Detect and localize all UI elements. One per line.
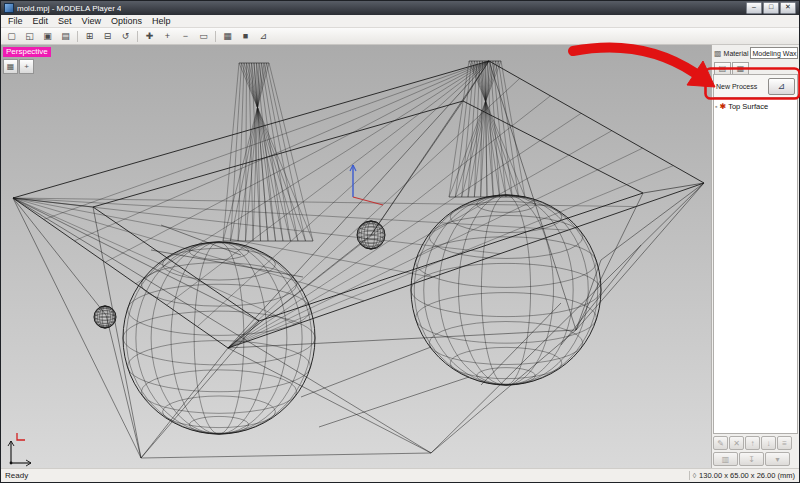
wireframe-model (1, 45, 711, 468)
file-open-icon[interactable]: ◱ (21, 28, 38, 44)
material-label: Material (724, 50, 749, 57)
maximize-button[interactable]: □ (763, 2, 779, 14)
toolbar-separator (77, 31, 78, 42)
main-area: Perspective ▦ + ▩ Material Modeling Wax … (1, 45, 799, 468)
view-front-icon[interactable]: ⊟ (99, 28, 116, 44)
toolbar-separator (137, 31, 138, 42)
material-row: ▩ Material Modeling Wax ▾ (712, 45, 799, 61)
menu-edit[interactable]: Edit (28, 15, 54, 27)
print-icon[interactable]: ▤ (57, 28, 74, 44)
panel-tabs: ▤ ▦ (712, 61, 799, 74)
zoom-out-icon[interactable]: − (177, 28, 194, 44)
axes-toggle-icon[interactable]: ⊿ (255, 28, 272, 44)
view-mode-label: Perspective (3, 47, 51, 57)
close-button[interactable]: ✕ (780, 2, 796, 14)
new-process-label: New Process (716, 83, 766, 90)
move-up-icon[interactable]: ↑ (745, 436, 760, 450)
menu-bar: File Edit Set View Options Help (1, 15, 799, 28)
process-panel: ▩ Material Modeling Wax ▾ ▤ ▦ New Proces… (711, 45, 799, 468)
status-text: Ready (5, 471, 28, 480)
drag-handle-icon: ▪ (715, 103, 717, 110)
model-dimensions: 130.00 x 65.00 x 26.00 (mm) (699, 471, 795, 480)
menu-file[interactable]: File (3, 15, 28, 27)
view-top-icon[interactable]: ⊞ (81, 28, 98, 44)
process-tree: ▪ ✱ Top Surface (713, 98, 798, 434)
zoom-in-icon[interactable]: + (159, 28, 176, 44)
delete-process-icon[interactable]: ✕ (729, 436, 744, 450)
viewport-mini-toolbar: ▦ + (3, 59, 34, 74)
title-bar: mold.mpj - MODELA Player 4 – □ ✕ (1, 1, 799, 15)
app-icon (4, 3, 14, 13)
status-bar: Ready ◊ 130.00 x 65.00 x 26.00 (mm) (1, 468, 799, 482)
shaded-mode-icon[interactable]: ■ (237, 28, 254, 44)
move-down-icon[interactable]: ↓ (761, 436, 776, 450)
menu-set[interactable]: Set (53, 15, 77, 27)
app-window: mold.mpj - MODELA Player 4 – □ ✕ File Ed… (0, 0, 800, 483)
dropdown-arrow-icon: ▾ (797, 48, 798, 58)
viewport-3d[interactable]: Perspective ▦ + (1, 45, 711, 468)
menu-help[interactable]: Help (147, 15, 176, 27)
toolbar: ▢ ◱ ▣ ▤ ⊞ ⊟ ↺ ✚ + − ▭ ▦ ■ ⊿ (1, 28, 799, 45)
grid-toggle-icon[interactable]: ▦ (3, 59, 18, 74)
new-process-button[interactable]: ⊿ (768, 78, 795, 95)
menu-options[interactable]: Options (106, 15, 147, 27)
status-separator (689, 471, 690, 480)
new-process-row: New Process ⊿ (713, 74, 798, 98)
edit-process-icon[interactable]: ✎ (713, 436, 728, 450)
tree-item-top-surface[interactable]: ▪ ✱ Top Surface (715, 100, 796, 112)
menu-view[interactable]: View (77, 15, 106, 27)
zoom-fit-icon[interactable]: ▭ (195, 28, 212, 44)
panel-bottom-toolbar: ✎ ✕ ↑ ↓ ≡ ▥ ↧ ▾ (712, 434, 799, 468)
file-new-icon[interactable]: ▢ (3, 28, 20, 44)
model-size-icon: ◊ (693, 472, 696, 479)
material-value: Modeling Wax (752, 50, 796, 57)
surface-icon: ✱ (719, 102, 726, 111)
tab-process-icon[interactable]: ▤ (714, 62, 731, 74)
tree-item-label: Top Surface (728, 102, 768, 111)
material-dropdown[interactable]: Modeling Wax ▾ (750, 47, 798, 59)
minimize-button[interactable]: – (746, 2, 762, 14)
pan-icon[interactable]: ✚ (141, 28, 158, 44)
tab-model-icon[interactable]: ▦ (732, 62, 749, 74)
process-list-icon[interactable]: ≡ (777, 436, 792, 450)
wireframe-mode-icon[interactable]: ▦ (219, 28, 236, 44)
toolbar-separator (215, 31, 216, 42)
window-title: mold.mpj - MODELA Player 4 (17, 4, 121, 13)
material-icon: ▩ (714, 49, 722, 58)
file-save-icon[interactable]: ▣ (39, 28, 56, 44)
more-options-icon[interactable]: ▾ (765, 452, 790, 466)
origin-toggle-icon[interactable]: + (19, 59, 34, 74)
send-to-machine-icon[interactable]: ↧ (739, 452, 764, 466)
preview-cut-icon[interactable]: ▥ (713, 452, 738, 466)
rotate-view-icon[interactable]: ↺ (117, 28, 134, 44)
